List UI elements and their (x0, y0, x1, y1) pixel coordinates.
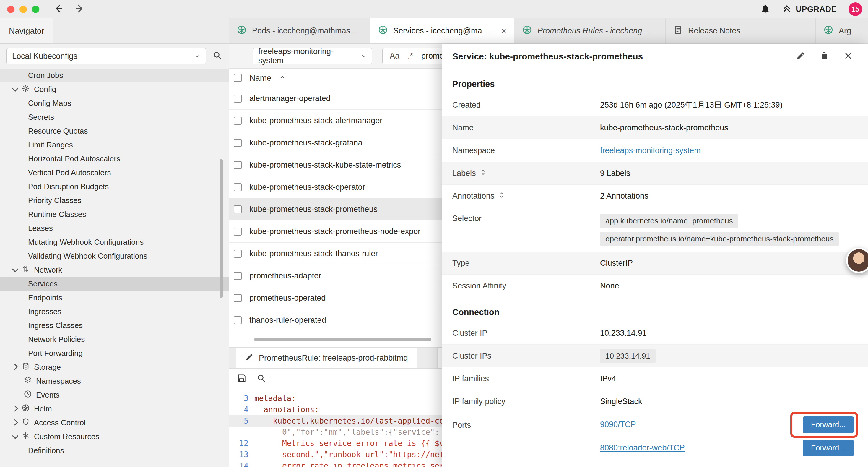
sidebar-item-ingresses[interactable]: Ingresses (0, 305, 229, 319)
chevron-right-icon[interactable] (11, 405, 18, 411)
tab-strip: Navigator Pods - icecheng@mathmas... Ser… (0, 18, 868, 44)
namespace-select[interactable]: freeleaps-monitoring-system (253, 48, 372, 64)
tab-argo[interactable]: Argo S (816, 18, 868, 43)
back-icon[interactable] (54, 4, 64, 15)
namespace-link[interactable]: freeleaps-monitoring-system (600, 146, 701, 155)
kubeconfig-select[interactable]: Local Kubeconfigs (6, 48, 206, 64)
sidebar-item-mutating-webhook-configurations[interactable]: Mutating Webhook Configurations (0, 235, 229, 249)
service-name: prometheus-adapter (249, 271, 321, 281)
editor-search-icon[interactable] (257, 374, 266, 384)
sidebar-item-resource-quotas[interactable]: Resource Quotas (0, 124, 229, 138)
sidebar-item-config-maps[interactable]: Config Maps (0, 96, 229, 110)
row-checkbox[interactable] (234, 250, 242, 258)
row-checkbox[interactable] (234, 139, 242, 147)
close-icon[interactable] (843, 51, 853, 62)
sidebar-item-namespaces[interactable]: Namespaces (0, 374, 229, 388)
sidebar-item-validating-webhook-configurations[interactable]: Validating Webhook Configurations (0, 249, 229, 263)
detail-row-annotations: Annotations 2 Annotations (442, 185, 868, 207)
sidebar-item-horizontal-pod-autoscalers[interactable]: Horizontal Pod Autoscalers (0, 152, 229, 166)
tab-release-notes[interactable]: Release Notes (665, 18, 816, 43)
sidebar-item-cron-jobs[interactable]: Cron Jobs (0, 68, 229, 83)
sidebar-search-icon[interactable] (213, 51, 222, 61)
sidebar-item-events[interactable]: Events (0, 388, 229, 402)
sidebar-item-priority-classes[interactable]: Priority Classes (0, 194, 229, 207)
kubeconfig-select-value: Local Kubeconfigs (12, 52, 78, 61)
navigator-header-zone: Navigator (0, 18, 229, 43)
forward-icon[interactable] (75, 4, 85, 15)
sidebar-item-definitions[interactable]: Definitions (0, 444, 229, 458)
sort-updown-icon[interactable] (480, 169, 486, 178)
sidebar-scrollbar[interactable] (220, 159, 223, 298)
chevron-down-icon[interactable] (12, 266, 18, 272)
sidebar-item-custom-resources[interactable]: Custom Resources (0, 430, 229, 444)
sidebar-item-services[interactable]: Services (0, 277, 229, 291)
port-link-9090[interactable]: 9090/TCP (600, 420, 636, 429)
chevron-down-icon[interactable] (12, 433, 18, 439)
sidebar-item-endpoints[interactable]: Endpoints (0, 291, 229, 305)
select-all-checkbox[interactable] (234, 74, 242, 82)
notifications-bell-icon[interactable] (760, 4, 770, 15)
detail-label: Selector (452, 214, 600, 223)
upgrade-button[interactable]: UPGRADE (782, 4, 837, 15)
trash-icon[interactable] (819, 51, 829, 62)
sidebar-item-ingress-classes[interactable]: Ingress Classes (0, 319, 229, 332)
sidebar-item-limit-ranges[interactable]: Limit Ranges (0, 138, 229, 152)
row-checkbox[interactable] (234, 228, 242, 236)
sidebar-item-network-policies[interactable]: Network Policies (0, 332, 229, 346)
row-checkbox[interactable] (234, 294, 242, 302)
sort-updown-icon[interactable] (499, 191, 505, 201)
match-case-toggle[interactable]: Aa (390, 52, 399, 61)
row-checkbox[interactable] (234, 161, 242, 169)
dock-tab-prometheusrule[interactable]: PrometheusRule: freeleaps-prod-rabbitmq (236, 348, 417, 368)
forward-button[interactable]: Forward... (803, 416, 854, 433)
tab-close-icon[interactable]: × (501, 27, 506, 35)
search-query[interactable]: prome (421, 52, 444, 61)
row-checkbox[interactable] (234, 272, 242, 280)
edit-pencil-icon[interactable] (796, 51, 805, 62)
regex-toggle[interactable]: .* (408, 52, 413, 61)
tab-pods[interactable]: Pods - icecheng@mathmas... (229, 18, 370, 43)
maximize-window-button[interactable] (32, 6, 39, 13)
sidebar-item-port-forwarding[interactable]: Port Forwarding (0, 346, 229, 360)
sidebar-item-storage[interactable]: Storage (0, 360, 229, 374)
chevron-down-icon[interactable] (12, 85, 18, 92)
horizontal-scrollbar[interactable] (254, 338, 431, 341)
sidebar-item-secrets[interactable]: Secrets (0, 110, 229, 124)
chevron-down-icon (194, 53, 200, 59)
sidebar-item-pod-disruption-budgets[interactable]: Pod Disruption Budgets (0, 180, 229, 194)
row-checkbox[interactable] (234, 183, 242, 191)
tab-services[interactable]: Services - icecheng@math... × (370, 18, 514, 43)
tab-prometheus-rules[interactable]: Prometheus Rules - icecheng... (514, 18, 665, 43)
sidebar-item-access-control[interactable]: Access Control (0, 416, 229, 430)
sidebar-item-helm[interactable]: Helm (0, 402, 229, 416)
row-checkbox[interactable] (234, 95, 242, 103)
port-link-8080[interactable]: 8080:reloader-web/TCP (600, 443, 685, 453)
notification-count-badge[interactable]: 15 (848, 2, 862, 16)
row-checkbox[interactable] (234, 117, 242, 125)
close-window-button[interactable] (7, 6, 14, 13)
kubernetes-cluster-icon (378, 25, 388, 37)
chevron-right-icon[interactable] (11, 419, 18, 425)
sidebar-item-config[interactable]: Config (0, 83, 229, 96)
sidebar-item-label: Port Forwarding (28, 349, 83, 358)
sort-ascending-icon[interactable] (279, 73, 286, 83)
sidebar-item-leases[interactable]: Leases (0, 222, 229, 235)
row-checkbox[interactable] (234, 316, 242, 324)
sidebar-item-label: Network (34, 265, 62, 274)
sidebar-item-vertical-pod-autoscalers[interactable]: Vertical Pod Autoscalers (0, 166, 229, 180)
detail-label: Labels (452, 169, 476, 178)
properties-section-heading: Properties (452, 79, 857, 89)
row-checkbox[interactable] (234, 205, 242, 213)
chevron-right-icon[interactable] (11, 363, 18, 370)
minimize-window-button[interactable] (20, 6, 27, 13)
sidebar-item-runtime-classes[interactable]: Runtime Classes (0, 207, 229, 222)
name-column-header[interactable]: Name (249, 73, 272, 83)
detail-value: 2 Annotations (600, 192, 649, 201)
port-line: 9090/TCP Forward... (600, 413, 857, 436)
detail-row-ip-family-policy: IP family policy SingleStack (442, 390, 868, 413)
detail-label: IP family policy (452, 397, 600, 406)
forward-button[interactable]: Forward... (803, 440, 854, 456)
content-area: Local Kubeconfigs Cron Jobs Config Confi… (0, 44, 868, 467)
sidebar-item-network[interactable]: Network (0, 263, 229, 277)
save-icon[interactable] (237, 373, 247, 384)
